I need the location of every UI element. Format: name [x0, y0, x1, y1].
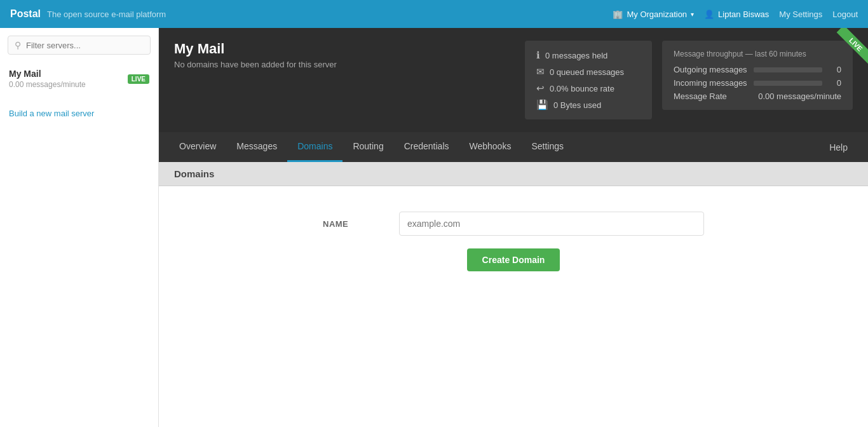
server-title: My Mail — [174, 41, 337, 57]
user-info: 👤 Liptan Biswas — [704, 10, 769, 19]
queued-messages-stat: ✉ 0 queued messages — [536, 66, 641, 78]
throughput-title: Message throughput — last 60 minutes — [674, 50, 841, 58]
live-badge: LIVE — [128, 74, 149, 84]
building-icon: 🏢 — [613, 10, 623, 19]
bounce-icon: ↩ — [536, 83, 545, 94]
server-info: My Mail 0.00 messages/minute — [9, 69, 86, 89]
help-link[interactable]: Help — [819, 133, 858, 161]
storage-icon: 💾 — [536, 99, 548, 111]
stats-boxes: ℹ 0 messages held ✉ 0 queued messages ↩ … — [525, 41, 853, 119]
logout-link[interactable]: Logout — [832, 10, 858, 19]
tab-webhooks[interactable]: Webhooks — [459, 132, 522, 162]
live-ribbon-text: LIVE — [837, 28, 868, 64]
queue-icon: ✉ — [536, 66, 545, 78]
messages-held-stat: ℹ 0 messages held — [536, 50, 641, 61]
messages-held-value: 0 messages held — [545, 51, 607, 60]
user-name: Liptan Biswas — [718, 10, 769, 19]
server-header: My Mail No domains have been added for t… — [159, 28, 868, 132]
main-content: My Mail No domains have been added for t… — [159, 28, 868, 427]
stats-box: ℹ 0 messages held ✉ 0 queued messages ↩ … — [525, 41, 652, 119]
bounce-rate-stat: ↩ 0.0% bounce rate — [536, 83, 641, 94]
org-switcher[interactable]: 🏢 My Organization ▾ — [613, 10, 694, 19]
form-actions: Create Domain — [323, 248, 704, 271]
outgoing-label: Outgoing messages — [674, 65, 747, 74]
tab-domains[interactable]: Domains — [287, 132, 342, 162]
sidebar-footer: Build a new mail server — [0, 100, 158, 126]
search-input[interactable] — [26, 41, 144, 50]
name-label: NAME — [323, 219, 399, 229]
brand-name: Postal — [10, 8, 41, 20]
user-icon: 👤 — [704, 10, 714, 19]
navbar-right: 🏢 My Organization ▾ 👤 Liptan Biswas My S… — [613, 10, 858, 19]
section-header: Domains — [159, 162, 868, 186]
sidebar-item-my-mail[interactable]: My Mail 0.00 messages/minute LIVE — [0, 62, 158, 95]
tab-overview[interactable]: Overview — [169, 132, 226, 162]
sidebar: ⚲ My Mail 0.00 messages/minute LIVE Buil… — [0, 28, 159, 427]
domain-form: NAME Create Domain — [323, 212, 704, 402]
tab-credentials[interactable]: Credentials — [394, 132, 459, 162]
rate-value: 0.00 messages/minute — [758, 92, 841, 101]
chevron-down-icon: ▾ — [691, 11, 694, 18]
incoming-row: Incoming messages 0 — [674, 78, 841, 88]
my-settings-link[interactable]: My Settings — [779, 10, 822, 19]
outgoing-row: Outgoing messages 0 — [674, 65, 841, 74]
search-icon: ⚲ — [15, 40, 21, 50]
server-rate: 0.00 messages/minute — [9, 80, 86, 89]
org-label: My Organization — [627, 10, 687, 19]
incoming-value: 0 — [829, 78, 841, 88]
tab-routing[interactable]: Routing — [342, 132, 393, 162]
create-domain-button[interactable]: Create Domain — [467, 248, 560, 271]
server-subtitle: No domains have been added for this serv… — [174, 60, 337, 69]
tabs-left: Overview Messages Domains Routing Creden… — [169, 132, 574, 162]
bytes-used-stat: 💾 0 Bytes used — [536, 99, 641, 111]
server-name: My Mail — [9, 69, 86, 79]
navbar-left: Postal The open source e-mail platform — [10, 8, 166, 20]
brand-tagline: The open source e-mail platform — [47, 10, 166, 19]
section-title: Domains — [174, 168, 214, 179]
server-search[interactable]: ⚲ — [8, 36, 151, 55]
queued-messages-value: 0 queued messages — [550, 67, 624, 77]
outgoing-bar-container — [754, 67, 822, 72]
build-server-link[interactable]: Build a new mail server — [9, 109, 94, 118]
domain-name-input[interactable] — [399, 212, 704, 236]
incoming-bar-container — [754, 81, 822, 86]
alert-icon: ℹ — [536, 50, 540, 61]
bytes-used-value: 0 Bytes used — [553, 100, 601, 110]
rate-row: Message Rate 0.00 messages/minute — [674, 92, 841, 101]
navbar: Postal The open source e-mail platform 🏢… — [0, 0, 868, 28]
incoming-label: Incoming messages — [674, 78, 747, 88]
tab-messages[interactable]: Messages — [226, 132, 287, 162]
bounce-rate-value: 0.0% bounce rate — [550, 84, 614, 93]
server-header-left: My Mail No domains have been added for t… — [174, 41, 337, 69]
rate-label: Message Rate — [674, 92, 727, 101]
form-area: NAME Create Domain — [159, 186, 868, 427]
live-ribbon: LIVE — [824, 28, 868, 72]
name-field-row: NAME — [323, 212, 704, 236]
tab-settings[interactable]: Settings — [521, 132, 574, 162]
tabs-nav: Overview Messages Domains Routing Creden… — [159, 132, 868, 162]
